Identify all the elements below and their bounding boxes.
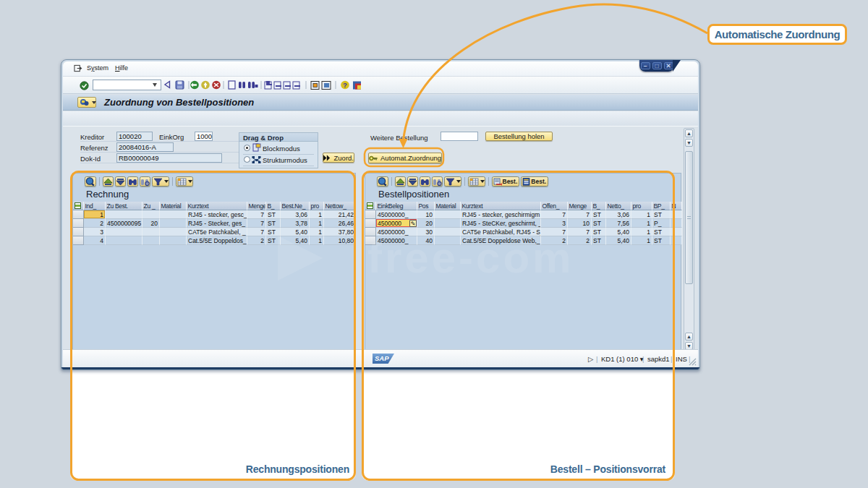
svg-text:?: ? [343, 81, 347, 89]
